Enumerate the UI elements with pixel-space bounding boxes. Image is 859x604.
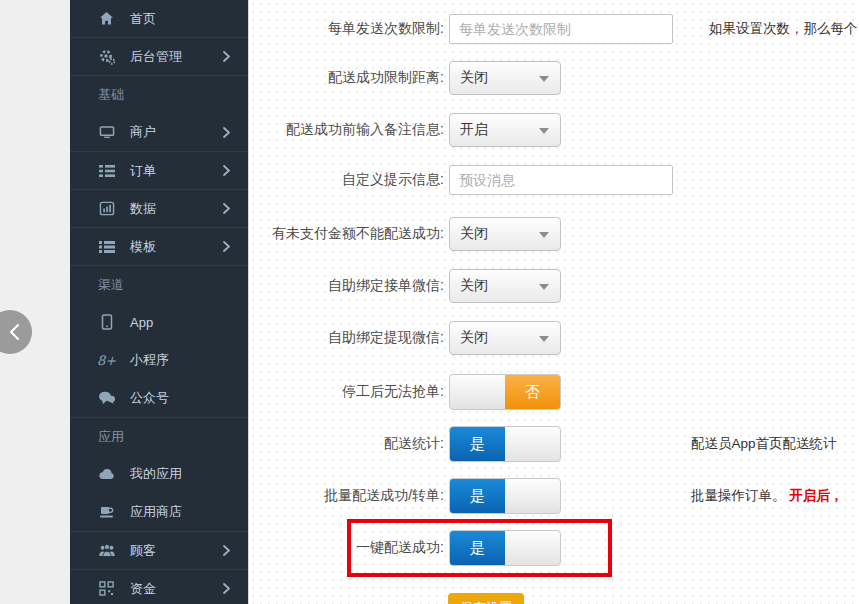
toggle-active-half: 是 — [450, 531, 505, 565]
sidebar-section-label: 基础 — [98, 86, 124, 104]
sidebar-item-label: 应用商店 — [130, 503, 182, 521]
caret-down-icon — [539, 128, 549, 134]
toggle-empty-half — [505, 479, 560, 513]
toggle-empty-half — [505, 531, 560, 565]
sidebar-item-official-account[interactable]: 公众号 — [70, 379, 248, 417]
caret-down-icon — [539, 336, 549, 342]
form-row: 配送成功限制距离: 关闭 — [249, 60, 859, 96]
select-value: 关闭 — [460, 277, 488, 295]
sidebar-item-my-apps[interactable]: 我的应用 — [70, 455, 248, 493]
select-value: 关闭 — [460, 69, 488, 87]
remark-before-success-select[interactable]: 开启 — [449, 113, 561, 147]
field-label: 配送统计: — [249, 435, 449, 453]
helper-text: 配送员App首页配送统计 — [691, 435, 837, 453]
sidebar-item-orders[interactable]: 订单 — [70, 151, 248, 189]
sidebar: 首页 后台管理 基础 商户 — [70, 0, 248, 604]
sidebar-item-label: 我的应用 — [130, 465, 182, 483]
helper-text-red: 开启后， — [789, 488, 843, 503]
delivery-distance-limit-select[interactable]: 关闭 — [449, 61, 561, 95]
form-row: 自助绑定接单微信: 关闭 — [249, 268, 859, 304]
customers-icon — [98, 543, 115, 558]
sidebar-item-merchant[interactable]: 商户 — [70, 113, 248, 151]
sidebar-item-label: 数据 — [130, 200, 156, 218]
cloud-icon — [98, 468, 115, 480]
field-label: 配送成功限制距离: — [249, 69, 449, 87]
sidebar-item-label: 小程序 — [130, 351, 169, 369]
helper-text: 批量操作订单。 开启后， — [691, 487, 843, 505]
sidebar-section-label: 渠道 — [98, 276, 124, 294]
self-bind-withdraw-wechat-select[interactable]: 关闭 — [449, 321, 561, 355]
select-value: 关闭 — [460, 225, 488, 243]
caret-down-icon — [539, 232, 549, 238]
form-row: 配送成功前输入备注信息: 开启 — [249, 112, 859, 148]
sidebar-item-label: 模板 — [130, 238, 156, 256]
sidebar-item-admin[interactable]: 后台管理 — [70, 37, 248, 75]
sidebar-section-applications: 应用 — [70, 417, 248, 455]
chevron-right-icon — [223, 51, 230, 62]
sidebar-item-label: 首页 — [130, 10, 156, 28]
field-label: 一键配送成功: — [249, 539, 449, 557]
sidebar-section-basic: 基础 — [70, 75, 248, 113]
per-order-send-limit-input[interactable] — [449, 14, 673, 44]
sidebar-item-label: 公众号 — [130, 389, 169, 407]
chevron-right-icon — [223, 545, 230, 556]
store-icon — [98, 505, 115, 519]
batch-delivery-transfer-toggle[interactable]: 是 — [449, 478, 561, 514]
left-gutter — [0, 0, 70, 604]
monitor-icon — [98, 125, 115, 140]
one-click-delivery-success-toggle[interactable]: 是 — [449, 530, 561, 566]
sidebar-item-label: App — [130, 315, 153, 330]
save-settings-button[interactable]: 保存设置 — [448, 593, 524, 604]
delivery-stats-toggle[interactable]: 是 — [449, 426, 561, 462]
sidebar-item-app[interactable]: App — [70, 303, 248, 341]
sidebar-section-channels: 渠道 — [70, 265, 248, 303]
toggle-active-half: 是 — [450, 427, 505, 461]
select-value: 关闭 — [460, 329, 488, 347]
toggle-active-half: 是 — [450, 479, 505, 513]
funds-icon — [98, 581, 115, 596]
select-value: 开启 — [460, 121, 488, 139]
form-row: 停工后无法抢单: 否 — [249, 374, 859, 410]
field-label: 配送成功前输入备注信息: — [249, 121, 449, 139]
chevron-right-icon — [223, 241, 230, 252]
sidebar-item-app-store[interactable]: 应用商店 — [70, 493, 248, 531]
chevron-left-icon — [8, 323, 22, 341]
orders-icon — [98, 164, 115, 178]
caret-down-icon — [539, 284, 549, 290]
sidebar-item-template[interactable]: 模板 — [70, 227, 248, 265]
helper-text: 如果设置次数，那么每个 — [709, 20, 858, 38]
sidebar-item-home[interactable]: 首页 — [70, 0, 248, 37]
field-label: 自助绑定提现微信: — [249, 329, 449, 347]
field-label: 自助绑定接单微信: — [249, 277, 449, 295]
toggle-empty-half — [450, 375, 505, 409]
custom-tip-message-input[interactable] — [449, 165, 673, 195]
no-grab-after-stop-toggle[interactable]: 否 — [449, 374, 561, 410]
sidebar-item-miniprogram[interactable]: 8+ 小程序 — [70, 341, 248, 379]
field-label: 有未支付金额不能配送成功: — [249, 225, 449, 243]
sidebar-item-label: 后台管理 — [130, 48, 182, 66]
miniprogram-icon: 8+ — [98, 354, 115, 367]
field-label: 每单发送次数限制: — [249, 20, 449, 38]
form-row: 有未支付金额不能配送成功: 关闭 — [249, 216, 859, 252]
gears-icon — [98, 49, 115, 65]
sidebar-item-label: 资金 — [130, 580, 156, 598]
chat-bubbles-icon — [98, 391, 115, 405]
unpaid-amount-block-select[interactable]: 关闭 — [449, 217, 561, 251]
field-label: 停工后无法抢单: — [249, 383, 449, 401]
form-row: 每单发送次数限制: 如果设置次数，那么每个 — [249, 11, 859, 47]
form-row: 一键配送成功: 是 — [249, 530, 859, 566]
form-row: 自定义提示信息: — [249, 162, 859, 198]
sidebar-item-customers[interactable]: 顾客 — [70, 531, 248, 569]
sidebar-item-label: 订单 — [130, 162, 156, 180]
sidebar-item-label: 商户 — [130, 123, 156, 141]
toggle-empty-half — [505, 427, 560, 461]
self-bind-order-wechat-select[interactable]: 关闭 — [449, 269, 561, 303]
field-label: 自定义提示信息: — [249, 171, 449, 189]
form-row: 配送统计: 是 配送员App首页配送统计 — [249, 426, 859, 462]
chevron-right-icon — [223, 583, 230, 594]
caret-down-icon — [539, 76, 549, 82]
sidebar-item-funds[interactable]: 资金 — [70, 569, 248, 604]
phone-icon — [98, 314, 115, 330]
sidebar-item-data[interactable]: 数据 — [70, 189, 248, 227]
sidebar-section-label: 应用 — [98, 428, 124, 446]
